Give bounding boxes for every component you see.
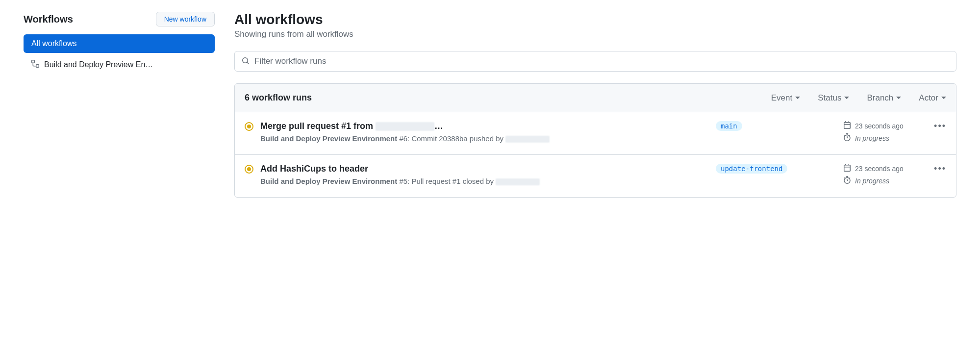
branch-column: update-frontend [716, 164, 843, 174]
status-column [245, 121, 260, 131]
stopwatch-icon [843, 133, 851, 143]
meta-timestamp: 23 seconds ago [843, 164, 931, 173]
run-main: Merge pull request #1 from … Build and D… [260, 121, 716, 145]
run-title[interactable]: Add HashiCups to header [260, 164, 706, 174]
filter-event[interactable]: Event [771, 93, 800, 103]
main-content: All workflows Showing runs from all work… [234, 12, 956, 198]
search-icon [242, 57, 250, 66]
filter-branch[interactable]: Branch [867, 93, 901, 103]
actions-column: ••• [931, 164, 946, 174]
kebab-menu-icon[interactable]: ••• [934, 121, 946, 131]
sidebar-item-all-workflows[interactable]: All workflows [24, 34, 215, 53]
status-column [245, 164, 260, 174]
caret-down-icon [795, 97, 800, 99]
sidebar-title: Workflows [24, 14, 73, 25]
page-title: All workflows [234, 12, 956, 27]
redacted-text [505, 136, 550, 143]
search-box[interactable] [234, 51, 956, 72]
filter-status[interactable]: Status [818, 93, 849, 103]
branch-pill[interactable]: update-frontend [716, 164, 787, 174]
runs-count: 6 workflow runs [245, 93, 771, 103]
stopwatch-icon [843, 176, 851, 185]
sidebar-item-label: All workflows [31, 39, 76, 48]
run-row[interactable]: Add HashiCups to header Build and Deploy… [235, 155, 956, 197]
meta-timestamp: 23 seconds ago [843, 121, 931, 130]
caret-down-icon [941, 97, 946, 99]
search-input[interactable] [254, 56, 949, 66]
runs-panel: 6 workflow runs Event Status Branch Acto… [234, 83, 956, 198]
run-title[interactable]: Merge pull request #1 from … [260, 121, 706, 131]
caret-down-icon [844, 97, 849, 99]
calendar-icon [843, 164, 851, 173]
status-in-progress-icon [245, 165, 253, 174]
runs-header: 6 workflow runs Event Status Branch Acto… [235, 84, 956, 112]
filter-group: Event Status Branch Actor [771, 93, 946, 103]
sidebar-header: Workflows New workflow [24, 12, 215, 26]
sidebar: Workflows New workflow All workflows Bui… [24, 12, 215, 198]
run-row[interactable]: Merge pull request #1 from … Build and D… [235, 112, 956, 155]
meta-column: 23 seconds ago In progress [843, 121, 931, 146]
calendar-icon [843, 121, 851, 130]
sidebar-item-label: Build and Deploy Preview En… [44, 60, 153, 69]
status-in-progress-icon [245, 122, 253, 131]
branch-column: main [716, 121, 843, 131]
actions-column: ••• [931, 121, 946, 131]
sidebar-item-workflow[interactable]: Build and Deploy Preview En… [24, 55, 215, 75]
meta-column: 23 seconds ago In progress [843, 164, 931, 188]
kebab-menu-icon[interactable]: ••• [934, 164, 946, 174]
redacted-text [496, 178, 540, 185]
meta-status: In progress [843, 133, 931, 143]
workflow-icon [31, 60, 39, 70]
meta-status: In progress [843, 176, 931, 185]
run-description: Build and Deploy Preview Environment #6:… [260, 133, 706, 145]
page-subtitle: Showing runs from all workflows [234, 29, 956, 39]
run-main: Add HashiCups to header Build and Deploy… [260, 164, 716, 187]
caret-down-icon [896, 97, 901, 99]
filter-actor[interactable]: Actor [919, 93, 946, 103]
branch-pill[interactable]: main [716, 121, 742, 131]
new-workflow-button[interactable]: New workflow [156, 12, 215, 26]
run-description: Build and Deploy Preview Environment #5:… [260, 176, 706, 187]
redacted-text [376, 122, 434, 131]
